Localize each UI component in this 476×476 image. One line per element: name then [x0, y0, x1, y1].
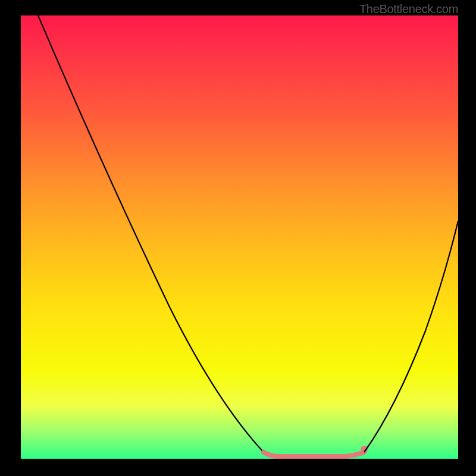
left-curve	[38, 15, 264, 452]
chart-frame: TheBottleneck.com	[0, 0, 476, 476]
watermark-text: TheBottleneck.com	[359, 2, 458, 16]
bottleneck-curve	[21, 15, 458, 459]
trough-segment	[264, 452, 364, 456]
right-curve	[364, 221, 458, 452]
plot-area	[21, 15, 458, 459]
